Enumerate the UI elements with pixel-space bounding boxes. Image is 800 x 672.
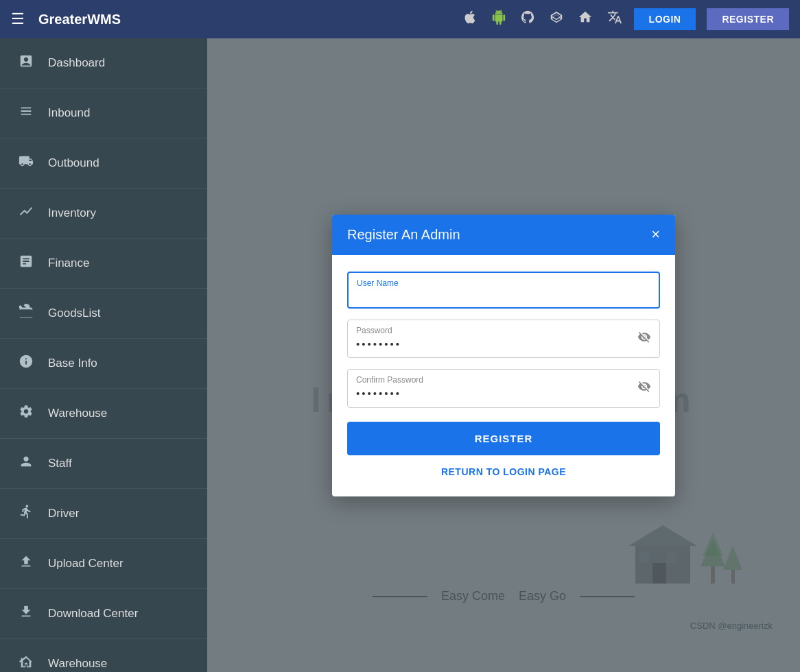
username-field-wrap[interactable]: User Name — [347, 272, 660, 309]
sidebar-label-inbound: Inbound — [48, 106, 90, 120]
sidebar-item-finance[interactable]: Finance — [0, 239, 207, 289]
inventory-icon — [16, 204, 36, 223]
codepen-icon[interactable] — [549, 10, 564, 29]
android-icon[interactable] — [491, 10, 506, 29]
modal-register-button[interactable]: REGISTER — [347, 422, 660, 455]
modal-overlay: Register An Admin × User Name Password •… — [207, 38, 800, 672]
sidebar-item-downloadcenter[interactable]: Download Center — [0, 589, 207, 639]
driver-icon — [16, 504, 36, 523]
main-layout: Dashboard Inbound Outbound Inventory Fin — [0, 38, 800, 672]
github-icon[interactable] — [520, 10, 535, 29]
sidebar-label-inventory: Inventory — [48, 206, 96, 220]
translate-icon[interactable] — [607, 10, 623, 29]
confirm-password-label: Confirm Password — [356, 375, 651, 385]
sidebar-label-goodslist: GoodsList — [48, 307, 101, 320]
staff-icon — [16, 454, 36, 473]
sidebar-item-uploadcenter[interactable]: Upload Center — [0, 539, 207, 589]
baseinfo-icon — [16, 354, 36, 373]
content-area: OME Inventory System Easy Come Easy Go — [207, 38, 800, 672]
sidebar-item-dashboard[interactable]: Dashboard — [0, 38, 207, 88]
modal-header: Register An Admin × — [332, 215, 675, 255]
modal-title: Register An Admin — [347, 227, 460, 243]
app-logo: GreaterWMS — [38, 12, 121, 27]
finance-icon — [16, 254, 36, 273]
sidebar-label-baseinfo: Base Info — [48, 357, 97, 370]
sidebar-item-inbound[interactable]: Inbound — [0, 88, 207, 139]
password-field-wrap[interactable]: Password •••••••• — [347, 320, 660, 359]
sidebar-item-baseinfo[interactable]: Base Info — [0, 339, 207, 389]
sidebar-item-outbound[interactable]: Outbound — [0, 139, 207, 189]
downloadcenter-icon — [16, 604, 36, 623]
apple-icon[interactable] — [462, 10, 478, 29]
sidebar-label-finance: Finance — [48, 256, 89, 270]
password-label: Password — [356, 326, 651, 335]
username-input[interactable] — [357, 289, 650, 301]
goodslist-icon — [16, 304, 36, 323]
return-to-login-link[interactable]: RETURN TO LOGIN PAGE — [347, 466, 660, 477]
sidebar-item-driver[interactable]: Driver — [0, 489, 207, 539]
sidebar-item-goodslist[interactable]: GoodsList — [0, 289, 207, 339]
register-modal: Register An Admin × User Name Password •… — [332, 215, 675, 496]
outbound-icon — [16, 154, 36, 173]
login-button[interactable]: LOGIN — [634, 8, 696, 30]
password-dots: •••••••• — [356, 337, 401, 352]
menu-icon[interactable]: ☰ — [11, 10, 25, 28]
warehouse-icon — [16, 404, 36, 423]
uploadcenter-icon — [16, 554, 36, 573]
sidebar-label-outbound: Outbound — [48, 156, 99, 170]
confirm-password-field-wrap[interactable]: Confirm Password •••••••• — [347, 369, 660, 408]
password-toggle-icon[interactable] — [637, 330, 651, 347]
sidebar-item-warehouse[interactable]: Warehouse — [0, 389, 207, 439]
topnav: ☰ GreaterWMS LOGIN REGISTER — [0, 0, 800, 38]
sidebar-label-warehouse: Warehouse — [48, 407, 107, 420]
warehouse2-icon — [16, 654, 36, 672]
sidebar-item-inventory[interactable]: Inventory — [0, 189, 207, 239]
register-nav-button[interactable]: REGISTER — [707, 8, 789, 30]
inbound-icon — [16, 104, 36, 123]
sidebar-label-staff: Staff — [48, 457, 72, 470]
sidebar-label-warehouse2: Warehouse — [48, 657, 107, 671]
sidebar: Dashboard Inbound Outbound Inventory Fin — [0, 38, 207, 672]
sidebar-label-downloadcenter: Download Center — [48, 607, 138, 621]
sidebar-label-uploadcenter: Upload Center — [48, 557, 123, 571]
username-label: User Name — [357, 278, 650, 288]
dashboard-icon — [16, 53, 36, 73]
modal-body: User Name Password •••••••• — [332, 255, 675, 496]
sidebar-label-driver: Driver — [48, 507, 79, 520]
sidebar-item-warehouse2[interactable]: Warehouse — [0, 639, 207, 672]
sidebar-label-dashboard: Dashboard — [48, 56, 105, 70]
sidebar-item-staff[interactable]: Staff — [0, 439, 207, 489]
modal-close-button[interactable]: × — [651, 227, 660, 242]
home-icon[interactable] — [578, 10, 593, 29]
confirm-password-toggle-icon[interactable] — [637, 380, 651, 397]
topnav-icons — [462, 10, 623, 29]
confirm-password-dots: •••••••• — [356, 386, 401, 402]
